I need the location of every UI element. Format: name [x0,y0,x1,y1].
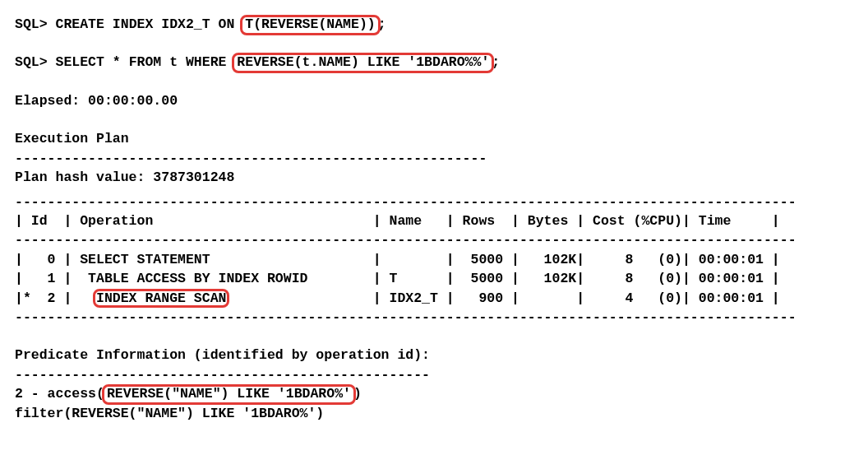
plan-rule-top: ----------------------------------------… [15,194,796,210]
select-text-after: ; [492,54,500,70]
plan-row-1: | 1 | TABLE ACCESS BY INDEX ROWID | T | … [15,271,780,286]
plan-hash-value: Plan hash value: 3787301248 [15,168,860,187]
execution-plan-rule: ----------------------------------------… [15,149,860,168]
select-highlight: REVERSE(t.NAME) LIKE '1BDARO%%' [232,53,494,73]
predicate-info-title: Predicate Information (identified by ope… [15,346,860,365]
plan-rule-mid: ----------------------------------------… [15,232,796,248]
predicate-access-line: 2 - access(REVERSE("NAME") LIKE '1BDARO%… [15,384,860,403]
create-index-highlight: T(REVERSE(NAME)) [240,15,380,35]
predicate-access-before: 2 - access( [15,386,104,402]
create-index-text-before: CREATE INDEX IDX2_T ON [56,16,243,32]
predicate-info-rule: ----------------------------------------… [15,365,860,384]
sql-prompt: SQL> [15,54,56,70]
plan-table: ----------------------------------------… [15,193,796,327]
predicate-access-after: ) [353,386,362,402]
predicate-access-highlight: REVERSE("NAME") LIKE '1BDARO%' [102,384,356,405]
sql-output-page: SQL> CREATE INDEX IDX2_T ON T(REVERSE(NA… [0,0,868,469]
predicate-filter-line: filter(REVERSE("NAME") LIKE '1BDARO%') [15,404,860,423]
sql-prompt: SQL> [15,16,56,32]
plan-row-0: | 0 | SELECT STATEMENT | | 5000 | 102K| … [15,252,780,267]
plan-rule-bot: ----------------------------------------… [15,309,796,325]
elapsed-line: Elapsed: 00:00:00.00 [15,91,860,110]
create-index-text-after: ; [378,16,386,32]
plan-row-2: |* 2 | INDEX RANGE SCAN | IDX2_T | 900 |… [15,290,780,306]
plan-header-row: | Id | Operation | Name | Rows | Bytes |… [15,213,780,229]
create-index-line: SQL> CREATE INDEX IDX2_T ON T(REVERSE(NA… [15,15,860,34]
select-text-before: SELECT * FROM t WHERE [56,54,235,70]
select-line: SQL> SELECT * FROM t WHERE REVERSE(t.NAM… [15,53,860,72]
execution-plan-title: Execution Plan [15,129,860,148]
